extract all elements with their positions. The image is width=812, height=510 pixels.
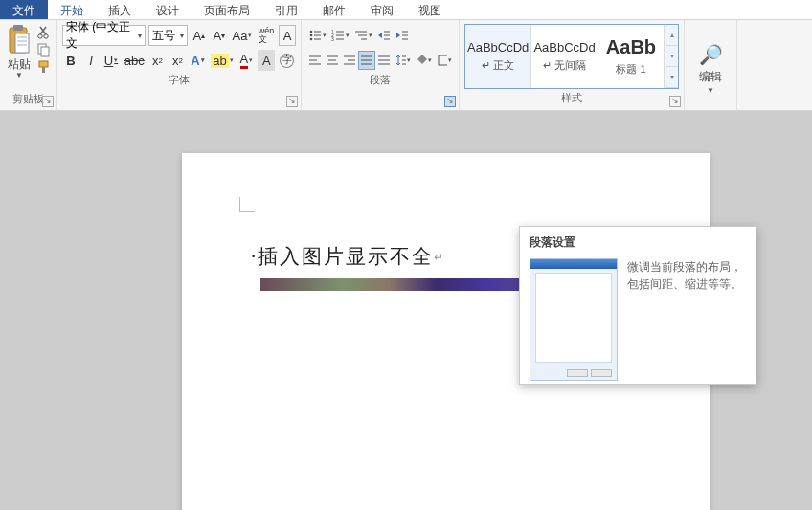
borders-button[interactable]: ▾ — [435, 50, 454, 71]
enclose-char-button[interactable]: 字 — [278, 50, 296, 71]
align-distribute-button[interactable] — [376, 51, 393, 70]
tooltip-title: 段落设置 — [530, 234, 746, 251]
group-clipboard: 粘贴 ▼ 剪贴板 ↘ — [0, 20, 57, 110]
change-case-button[interactable]: Aa▾ — [231, 25, 254, 46]
tab-review[interactable]: 审阅 — [358, 0, 406, 19]
svg-rect-2 — [15, 33, 29, 53]
find-icon[interactable]: 🔎 — [699, 43, 723, 66]
highlight-button[interactable]: ab▾ — [210, 50, 236, 71]
tab-insert[interactable]: 插入 — [96, 0, 144, 19]
group-styles: AaBbCcDd ↵ 正文 AaBbCcDd ↵ 无间隔 AaBb 标题 1 ▴… — [460, 20, 685, 110]
svg-rect-51 — [439, 55, 447, 65]
bold-button[interactable]: B — [62, 50, 79, 71]
tab-home[interactable]: 开始 — [48, 0, 96, 19]
line-spacing-button[interactable]: ▾ — [394, 50, 413, 71]
svg-point-16 — [310, 38, 313, 41]
style-heading1[interactable]: AaBb 标题 1 — [598, 25, 665, 88]
editing-dropdown-icon[interactable]: ▼ — [707, 86, 714, 95]
svg-text:3: 3 — [331, 36, 334, 42]
increase-indent-button[interactable] — [394, 25, 411, 46]
align-left-button[interactable] — [306, 51, 323, 70]
svg-point-12 — [310, 31, 313, 33]
paste-button[interactable]: 粘贴 ▼ — [5, 22, 34, 79]
font-size-combo[interactable]: 五号▾ — [148, 25, 188, 46]
format-painter-icon[interactable] — [36, 59, 52, 75]
font-launcher[interactable]: ↘ — [286, 96, 298, 107]
style-scroll-up[interactable]: ▴ — [665, 25, 678, 46]
group-editing: 🔎 编辑 ▼ — [685, 20, 737, 110]
style-expand[interactable]: ▾ — [665, 67, 678, 88]
numbering-button[interactable]: 123▾ — [329, 25, 351, 46]
paste-dropdown-icon[interactable]: ▼ — [15, 71, 23, 79]
paragraph-tooltip: 段落设置 微调当前段落的布局，包括间距、缩进等等。 — [519, 226, 756, 385]
shrink-font-button[interactable]: A▾ — [211, 25, 228, 46]
char-border-button[interactable]: A — [279, 25, 296, 46]
document-heading[interactable]: ·插入图片显示不全↵ — [251, 243, 445, 270]
phonetic-guide-button[interactable]: wén文 — [257, 25, 276, 46]
group-label-font: 字体 — [62, 71, 296, 91]
align-right-button[interactable] — [341, 51, 357, 70]
multilevel-button[interactable]: ▾ — [352, 25, 374, 46]
paste-icon — [6, 24, 33, 56]
ribbon-tabs: 文件 开始 插入 设计 页面布局 引用 邮件 审阅 视图 — [0, 0, 812, 20]
group-font: 宋体 (中文正文▾ 五号▾ A▴ A▾ Aa▾ wén文 A B I U▾ ab… — [57, 20, 302, 110]
tooltip-thumbnail — [530, 258, 618, 381]
tooltip-description: 微调当前段落的布局，包括间距、缩进等等。 — [627, 258, 746, 381]
group-label-paragraph: 段落 — [306, 71, 454, 91]
underline-button[interactable]: U▾ — [102, 50, 120, 71]
decrease-indent-button[interactable] — [375, 25, 393, 46]
cut-icon[interactable] — [36, 25, 52, 40]
editing-label[interactable]: 编辑 — [699, 69, 722, 85]
tab-references[interactable]: 引用 — [262, 0, 310, 19]
superscript-button[interactable]: x2 — [169, 50, 186, 71]
font-color-button[interactable]: A▾ — [237, 50, 255, 71]
align-justify-button[interactable] — [358, 51, 374, 70]
group-label-styles: 样式 — [464, 89, 679, 109]
svg-rect-9 — [41, 47, 49, 56]
svg-point-7 — [44, 34, 48, 38]
grow-font-button[interactable]: A▴ — [191, 25, 208, 46]
strikethrough-button[interactable]: abc — [123, 50, 146, 71]
align-center-button[interactable] — [324, 51, 340, 70]
style-normal[interactable]: AaBbCcDd ↵ 正文 — [465, 25, 531, 88]
ribbon: 粘贴 ▼ 剪贴板 ↘ 宋体 (中文正文▾ 五号▾ A▴ A▾ Aa▾ wén文 … — [0, 20, 812, 111]
bullets-button[interactable]: ▾ — [306, 25, 328, 46]
tab-view[interactable]: 视图 — [406, 0, 454, 19]
group-paragraph: ▾ 123▾ ▾ ▾ ▾ ▾ 段落 ↘ — [302, 20, 460, 110]
svg-point-6 — [38, 34, 42, 38]
tab-file[interactable]: 文件 — [0, 0, 48, 19]
tab-layout[interactable]: 页面布局 — [192, 0, 262, 19]
svg-point-14 — [310, 34, 313, 37]
tab-design[interactable]: 设计 — [144, 0, 192, 19]
subscript-button[interactable]: x2 — [148, 50, 166, 71]
margin-corner-icon — [239, 197, 255, 212]
copy-icon[interactable] — [36, 42, 52, 57]
italic-button[interactable]: I — [82, 50, 100, 71]
svg-rect-10 — [39, 61, 48, 67]
font-name-combo[interactable]: 宋体 (中文正文▾ — [62, 25, 146, 46]
text-effects-button[interactable]: A▾ — [189, 50, 206, 71]
char-shading-button[interactable]: A — [258, 50, 275, 71]
style-scroll-down[interactable]: ▾ — [665, 46, 678, 67]
shading-button[interactable]: ▾ — [414, 50, 433, 71]
paragraph-launcher[interactable]: ↘ — [444, 96, 456, 107]
tab-mail[interactable]: 邮件 — [310, 0, 358, 19]
document-area[interactable]: ·插入图片显示不全↵ 段落设置 微调当前段落的布局，包括间距、缩进等等。 — [0, 111, 812, 510]
clipboard-launcher[interactable]: ↘ — [42, 96, 54, 107]
style-gallery-scroll: ▴ ▾ ▾ — [665, 25, 678, 88]
svg-rect-11 — [42, 67, 45, 73]
styles-launcher[interactable]: ↘ — [669, 96, 681, 107]
svg-rect-1 — [13, 25, 23, 31]
style-nospacing[interactable]: AaBbCcDd ↵ 无间隔 — [531, 25, 598, 88]
